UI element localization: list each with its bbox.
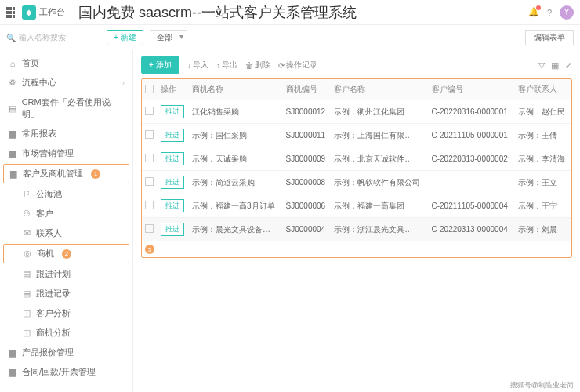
filter-icon[interactable]: ▽ <box>538 60 545 71</box>
search-input[interactable]: 🔍输入名称搜索 <box>6 32 100 43</box>
add-button[interactable]: + 添加 <box>141 56 179 74</box>
grid-icon[interactable]: ▦ <box>551 60 559 71</box>
cell-ccode: C-20211105-0000001 <box>429 124 516 147</box>
nav-icon: ▆ <box>8 148 17 158</box>
sidebar-item[interactable]: ◎商机2 <box>3 244 129 263</box>
table-row[interactable]: 推进示例：简道云采购SJ0000008示例：帆软软件有限公司示例：王立 <box>142 171 571 194</box>
nav-label: CRM套件「必看使用说明」 <box>22 96 125 120</box>
sidebar-item[interactable]: ◫商机分析 <box>0 323 132 343</box>
sidebar-item[interactable]: ▆市场营销管理 <box>0 143 132 163</box>
sidebar-item[interactable]: ⌂首页 <box>0 53 132 73</box>
row-checkbox[interactable] <box>145 130 154 139</box>
nav-label: 公海池 <box>36 188 62 200</box>
nav-label: 首页 <box>22 57 39 69</box>
cell-ccode: C-20220313-0000004 <box>429 218 516 241</box>
nav-icon: ♽ <box>8 78 17 88</box>
workspace-label: 工作台 <box>39 6 65 18</box>
sidebar-item[interactable]: ▆客户及商机管理1 <box>3 164 129 183</box>
table-row[interactable]: 推进示例：福建一高3月订单SJ0000006示例：福建一高集团C-2021110… <box>142 194 571 218</box>
sidebar-item[interactable]: ✉联系人 <box>0 223 132 243</box>
delete-button[interactable]: 🗑 删除 <box>245 60 270 71</box>
cell-name: 示例：晨光文具设备… <box>189 218 283 241</box>
sidebar-item[interactable]: ♽流程中心› <box>0 73 132 93</box>
nav-icon: ▤ <box>8 103 17 114</box>
search-icon: 🔍 <box>6 34 16 42</box>
row-checkbox[interactable] <box>145 201 154 209</box>
cell-name: 示例：福建一高3月订单 <box>189 194 283 218</box>
sidebar-item[interactable]: ▤跟进记录 <box>0 284 132 303</box>
apps-icon[interactable] <box>6 7 17 18</box>
sidebar-item[interactable]: ⚇客户 <box>0 204 132 223</box>
nav-icon: ▤ <box>22 289 31 299</box>
column-header: 客户联系人 <box>515 79 571 100</box>
cell-code: SJ0000009 <box>283 147 332 171</box>
table-row[interactable]: 推进示例：晨光文具设备…SJ0000004示例：浙江晨光文具…C-2022031… <box>142 218 571 241</box>
expand-icon[interactable]: ⤢ <box>565 60 572 71</box>
export-button[interactable]: ↑ 导出 <box>216 60 237 71</box>
column-header: 客户编号 <box>429 79 516 100</box>
nav-label: 客户 <box>36 208 53 220</box>
sidebar-item[interactable]: ▤CRM套件「必看使用说明」 <box>0 93 132 124</box>
column-header: 客户名称 <box>331 79 428 100</box>
sidebar-item[interactable]: ▆合同/回款/开票管理 <box>0 362 132 382</box>
nav-label: 跟进计划 <box>36 268 71 280</box>
cell-contact: 示例：王宁 <box>515 194 571 218</box>
bell-icon[interactable]: 🔔 <box>528 7 539 17</box>
cell-code: SJ0000012 <box>283 100 332 124</box>
table-row[interactable]: 推进江化销售采购SJ0000012示例：衢州江化集团C-20220316-000… <box>142 100 571 124</box>
cell-contact: 示例：刘晨 <box>515 218 571 241</box>
filter-dropdown[interactable]: 全部 <box>150 30 187 45</box>
nav-icon: ◎ <box>23 249 32 259</box>
sidebar-item[interactable]: ▆常用报表 <box>0 124 132 143</box>
cell-contact: 示例：王倩 <box>515 124 571 147</box>
cell-code: SJ0000004 <box>283 218 332 241</box>
sidebar-item[interactable]: ⚐公海池 <box>0 184 132 204</box>
promote-button[interactable]: 推进 <box>161 176 184 189</box>
cell-customer: 示例：北京天诚软件… <box>331 147 428 171</box>
sidebar-item[interactable]: ▤跟进计划 <box>0 264 132 284</box>
cell-contact: 示例：王立 <box>515 171 571 194</box>
nav-label: 联系人 <box>36 227 62 239</box>
nav-icon: ▆ <box>8 129 17 139</box>
log-button[interactable]: ⟳ 操作记录 <box>278 60 317 71</box>
row-checkbox[interactable] <box>145 177 154 186</box>
row-checkbox[interactable] <box>145 154 154 162</box>
nav-label: 商机 <box>37 248 54 260</box>
nav-icon: ⌂ <box>8 59 17 68</box>
edit-form-button[interactable]: 编辑表单 <box>525 30 574 45</box>
table-row[interactable]: 推进示例：天诚采购SJ0000009示例：北京天诚软件…C-20220313-0… <box>142 147 571 171</box>
cell-name: 示例：天诚采购 <box>189 147 283 171</box>
promote-button[interactable]: 推进 <box>161 199 184 212</box>
row-checkbox[interactable] <box>145 107 154 115</box>
logo-icon: ◆ <box>22 5 36 20</box>
nav-label: 客户及商机管理 <box>23 168 83 180</box>
sidebar-item[interactable]: ◫客户分析 <box>0 303 132 323</box>
nav-icon: ▆ <box>8 367 17 377</box>
cell-name: 示例：简道云采购 <box>189 171 283 194</box>
promote-button[interactable]: 推进 <box>161 129 184 142</box>
avatar[interactable]: Y <box>560 5 574 20</box>
select-all-checkbox[interactable] <box>145 85 154 93</box>
nav-label: 流程中心 <box>22 77 56 89</box>
promote-button[interactable]: 推进 <box>161 223 184 236</box>
new-button[interactable]: + 新建 <box>107 30 143 45</box>
help-icon[interactable]: ? <box>547 8 552 17</box>
nav-icon: ▆ <box>9 169 18 179</box>
chevron-right-icon: › <box>122 79 125 87</box>
table-badge: 3 <box>145 245 154 254</box>
cell-name: 示例：国仁采购 <box>189 124 283 147</box>
nav-icon: ◫ <box>22 328 31 338</box>
row-checkbox[interactable] <box>145 224 154 233</box>
cell-customer: 示例：浙江晨光文具… <box>331 218 428 241</box>
import-button[interactable]: ↓ 导入 <box>187 60 208 71</box>
column-header <box>142 79 158 100</box>
nav-badge: 2 <box>62 249 71 259</box>
cell-code: SJ0000008 <box>283 171 332 194</box>
sidebar-item[interactable]: ▆产品报价管理 <box>0 343 132 362</box>
promote-button[interactable]: 推进 <box>161 105 184 118</box>
table-row[interactable]: 推进示例：国仁采购SJ0000011示例：上海国仁有限…C-20211105-0… <box>142 124 571 147</box>
nav-icon: ▆ <box>8 347 17 358</box>
nav-label: 跟进记录 <box>36 288 71 299</box>
cell-customer: 示例：帆软软件有限公司 <box>331 171 428 194</box>
promote-button[interactable]: 推进 <box>161 152 184 165</box>
